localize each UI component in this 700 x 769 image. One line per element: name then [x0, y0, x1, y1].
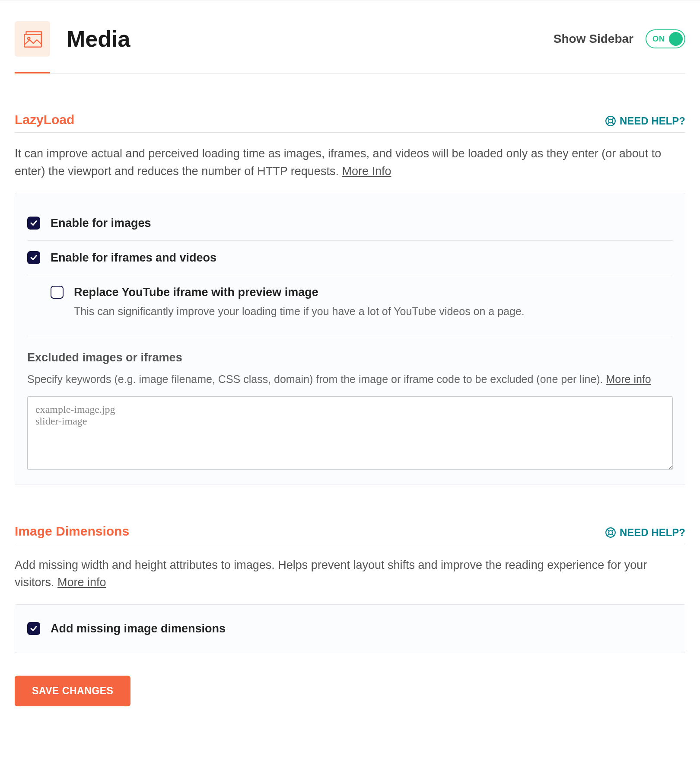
check-icon — [30, 625, 38, 632]
toggle-knob — [669, 32, 683, 46]
enable-iframes-row: Enable for iframes and videos — [27, 240, 673, 275]
toggle-on-label: ON — [652, 35, 665, 44]
help-icon — [605, 115, 616, 127]
svg-point-1 — [28, 37, 30, 39]
help-label: NEED HELP? — [620, 526, 685, 539]
imgdim-section: Image Dimensions NEED HELP? Add missing … — [15, 524, 685, 653]
imgdim-help-link[interactable]: NEED HELP? — [605, 526, 685, 539]
show-sidebar-label: Show Sidebar — [554, 32, 633, 46]
add-dimensions-label: Add missing image dimensions — [51, 622, 226, 635]
svg-point-5 — [609, 530, 613, 534]
svg-point-3 — [609, 119, 613, 123]
excluded-head: Excluded images or iframes — [27, 351, 673, 364]
save-changes-button[interactable]: SAVE CHANGES — [15, 676, 130, 706]
youtube-sub: This can significantly improve your load… — [74, 305, 525, 318]
enable-iframes-checkbox[interactable] — [27, 251, 40, 264]
excluded-desc: Specify keywords (e.g. image filename, C… — [27, 371, 673, 388]
excluded-more-info-link[interactable]: More info — [606, 373, 651, 385]
lazyload-panel: Enable for images Enable for iframes and… — [15, 193, 685, 485]
lazyload-help-link[interactable]: NEED HELP? — [605, 115, 685, 127]
youtube-row: Replace YouTube iframe with preview imag… — [27, 275, 673, 328]
page-title: Media — [67, 26, 130, 52]
add-dimensions-row: Add missing image dimensions — [27, 618, 673, 640]
enable-images-checkbox[interactable] — [27, 217, 40, 230]
divider — [27, 336, 673, 336]
enable-iframes-label: Enable for iframes and videos — [51, 251, 216, 265]
imgdim-more-info-link[interactable]: More info — [57, 576, 106, 589]
page-header: Media Show Sidebar ON — [15, 0, 685, 73]
excluded-textarea[interactable] — [27, 396, 673, 470]
help-label: NEED HELP? — [620, 115, 685, 127]
lazyload-desc: It can improve actual and perceived load… — [15, 133, 685, 193]
lazyload-title: LazyLoad — [15, 112, 74, 127]
media-icon — [15, 21, 50, 57]
svg-rect-0 — [24, 35, 41, 47]
check-icon — [30, 254, 38, 262]
youtube-label: Replace YouTube iframe with preview imag… — [74, 286, 525, 299]
lazyload-more-info-link[interactable]: More Info — [342, 165, 391, 178]
imgdim-title: Image Dimensions — [15, 524, 129, 539]
imgdim-panel: Add missing image dimensions — [15, 604, 685, 653]
imgdim-desc: Add missing width and height attributes … — [15, 544, 685, 604]
help-icon — [605, 527, 616, 538]
enable-images-row: Enable for images — [27, 206, 673, 240]
show-sidebar-toggle[interactable]: ON — [646, 29, 685, 48]
enable-images-label: Enable for images — [51, 217, 151, 230]
add-dimensions-checkbox[interactable] — [27, 622, 40, 635]
check-icon — [30, 219, 38, 227]
lazyload-section: LazyLoad NEED HELP? It can improve actua… — [15, 112, 685, 485]
youtube-checkbox[interactable] — [51, 286, 64, 299]
